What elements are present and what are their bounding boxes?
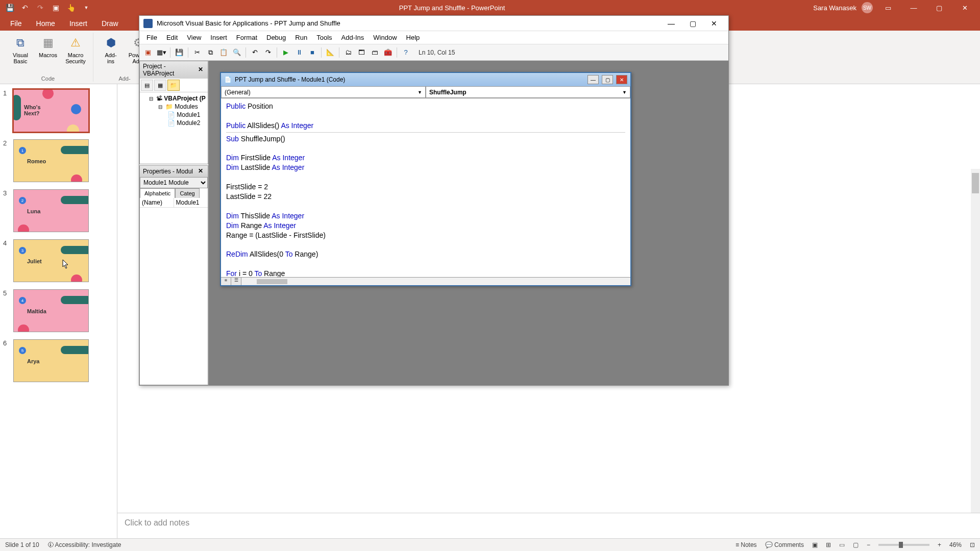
toolbox-icon[interactable]: 🧰	[382, 47, 394, 58]
slide-counter[interactable]: Slide 1 of 10	[5, 541, 39, 548]
close-button[interactable]: ✕	[954, 0, 975, 15]
zoom-out-button[interactable]: −	[867, 541, 870, 548]
menu-help[interactable]: Help	[402, 32, 424, 43]
notes-pane[interactable]: Click to add notes	[117, 513, 980, 538]
undo-icon[interactable]: ↶	[20, 3, 30, 12]
pause-icon[interactable]: ⏸	[293, 47, 305, 58]
procedure-dropdown[interactable]: ShuffleJump▼	[426, 86, 630, 98]
slide-thumb-item[interactable]: 2 1 Romeo	[3, 139, 114, 182]
reading-view-icon[interactable]: ▭	[839, 541, 845, 548]
tree-modules-folder[interactable]: ⊟📁 Modules	[142, 103, 206, 111]
procedure-view-icon[interactable]: ≡	[221, 278, 231, 285]
slide-thumbnail[interactable]: 4 Maltida	[13, 289, 89, 332]
stop-icon[interactable]: ■	[307, 47, 318, 58]
close-icon[interactable]: ✕	[197, 66, 205, 74]
properties-object-selector[interactable]: Module1 Module	[140, 177, 208, 188]
property-name-value[interactable]: Module1	[174, 198, 208, 207]
slide-thumb-item[interactable]: 5 4 Maltida	[3, 289, 114, 332]
full-module-view-icon[interactable]: ☰	[231, 278, 241, 285]
slide-thumbnail[interactable]: 2 Luna	[13, 189, 89, 232]
vba-maximize-button[interactable]: ▢	[682, 17, 703, 30]
user-avatar[interactable]: SW	[862, 2, 873, 13]
design-mode-icon[interactable]: 📐	[325, 47, 336, 58]
code-window-titlebar[interactable]: 📄 PPT Jump and Shuffle - Module1 (Code) …	[221, 73, 630, 86]
slide-thumb-item[interactable]: 3 2 Luna	[3, 189, 114, 232]
tab-draw[interactable]: Draw	[94, 16, 126, 31]
user-name[interactable]: Sara Wanasek	[813, 4, 856, 12]
tree-module1[interactable]: 📄 Module1	[142, 111, 206, 119]
zoom-slider[interactable]	[878, 544, 929, 546]
tab-home[interactable]: Home	[29, 16, 62, 31]
properties-icon[interactable]: 🗔	[356, 47, 367, 58]
ribbon-options-icon[interactable]: ▭	[878, 0, 898, 15]
sorter-view-icon[interactable]: ⊞	[826, 541, 831, 548]
redo-icon[interactable]: ↷	[262, 47, 274, 58]
code-maximize-button[interactable]: ▢	[602, 75, 613, 84]
view-code-icon[interactable]: ▤	[141, 80, 153, 91]
vba-minimize-button[interactable]: —	[661, 17, 681, 30]
save-icon[interactable]: 💾	[174, 47, 185, 58]
object-dropdown[interactable]: (General)▼	[221, 86, 426, 98]
menu-file[interactable]: File	[142, 32, 161, 43]
menu-insert[interactable]: Insert	[206, 32, 231, 43]
qat-more-icon[interactable]: ▼	[82, 3, 91, 12]
slide-thumb-item[interactable]: 1 Who's Next?	[3, 89, 114, 132]
fit-to-window-icon[interactable]: ⊡	[970, 541, 975, 548]
slide-thumbnail[interactable]: 3 Juliet	[13, 239, 89, 282]
object-browser-icon[interactable]: 🗃	[369, 47, 380, 58]
horizontal-scrollbar[interactable]	[241, 278, 630, 285]
menu-format[interactable]: Format	[232, 32, 261, 43]
vba-title-bar[interactable]: Microsoft Visual Basic for Applications …	[139, 16, 728, 31]
paste-icon[interactable]: 📋	[218, 47, 229, 58]
menu-edit[interactable]: Edit	[162, 32, 182, 43]
toggle-folders-icon[interactable]: 📁	[167, 80, 180, 91]
slide-thumb-item[interactable]: 4 3 Juliet	[3, 239, 114, 282]
undo-icon[interactable]: ↶	[249, 47, 260, 58]
slide-thumbnail[interactable]: Who's Next?	[13, 89, 89, 132]
props-tab-alphabetic[interactable]: Alphabetic	[140, 188, 175, 198]
view-object-icon[interactable]: ▦	[154, 80, 166, 91]
vertical-scrollbar[interactable]	[971, 169, 980, 513]
notes-toggle[interactable]: ≡ Notes	[736, 541, 757, 548]
view-ppt-icon[interactable]: ▣	[142, 47, 154, 58]
menu-view[interactable]: View	[183, 32, 205, 43]
copy-icon[interactable]: ⧉	[205, 47, 216, 58]
code-minimize-button[interactable]: —	[587, 75, 599, 84]
close-icon[interactable]: ✕	[197, 167, 205, 176]
present-icon[interactable]: ▣	[51, 3, 60, 12]
scrollbar-thumb[interactable]	[972, 173, 979, 193]
tab-insert[interactable]: Insert	[62, 16, 94, 31]
project-explorer-icon[interactable]: 🗂	[342, 47, 354, 58]
normal-view-icon[interactable]: ▣	[812, 541, 818, 548]
slide-thumbnail[interactable]: 1 Romeo	[13, 139, 89, 182]
tab-file[interactable]: File	[3, 16, 29, 31]
tree-module2[interactable]: 📄 Module2	[142, 119, 206, 127]
vba-close-button[interactable]: ✕	[704, 17, 724, 30]
slide-thumbnail-panel[interactable]: 1 Who's Next? 2 1 Romeo 3 2	[0, 84, 117, 538]
help-icon[interactable]: ?	[400, 47, 411, 58]
run-icon[interactable]: ▶	[280, 47, 291, 58]
minimize-button[interactable]: —	[903, 0, 924, 15]
tree-project-node[interactable]: ⊟📽 VBAProject (P	[142, 94, 206, 103]
zoom-in-button[interactable]: +	[938, 541, 941, 548]
menu-debug[interactable]: Debug	[262, 32, 290, 43]
visual-basic-button[interactable]: ⧉ Visual Basic	[8, 33, 33, 66]
insert-module-icon[interactable]: ▦▾	[156, 47, 167, 58]
macro-security-button[interactable]: ⚠ Macro Security	[63, 33, 88, 66]
menu-window[interactable]: Window	[369, 32, 401, 43]
props-tab-categorized[interactable]: Categ	[175, 188, 199, 198]
redo-icon[interactable]: ↷	[36, 3, 45, 12]
maximize-button[interactable]: ▢	[929, 0, 949, 15]
save-icon[interactable]: 💾	[5, 3, 14, 12]
cut-icon[interactable]: ✂	[191, 47, 203, 58]
menu-addins[interactable]: Add-Ins	[337, 32, 369, 43]
comments-toggle[interactable]: 💬 Comments	[765, 541, 804, 548]
slide-thumb-item[interactable]: 6 5 Arya	[3, 339, 114, 382]
find-icon[interactable]: 🔍	[231, 47, 242, 58]
menu-run[interactable]: Run	[291, 32, 311, 43]
macros-button[interactable]: ▦ Macros	[36, 33, 60, 60]
code-editor[interactable]: Public Position Public AllSlides() As In…	[221, 98, 630, 277]
slide-thumbnail[interactable]: 5 Arya	[13, 339, 89, 382]
touch-icon[interactable]: 👆	[66, 3, 76, 12]
code-close-button[interactable]: ✕	[616, 75, 627, 84]
